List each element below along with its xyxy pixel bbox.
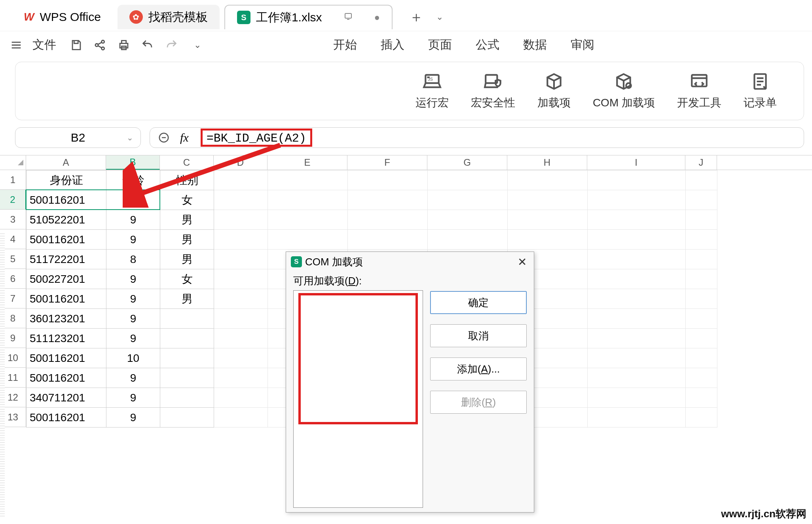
- cell[interactable]: 511123201: [27, 329, 106, 348]
- cell[interactable]: [214, 388, 268, 408]
- cell[interactable]: [214, 329, 268, 348]
- cell[interactable]: [508, 190, 588, 210]
- cell[interactable]: [214, 190, 268, 210]
- cell[interactable]: 500116201: [27, 230, 106, 250]
- cell[interactable]: [214, 230, 268, 250]
- cell[interactable]: 9: [106, 289, 160, 309]
- tab-insert[interactable]: 插入: [381, 37, 404, 53]
- tab-list-chevron-icon[interactable]: ⌄: [432, 10, 447, 24]
- cell[interactable]: 女: [160, 190, 214, 210]
- cell[interactable]: 9: [106, 329, 160, 348]
- col-header-J[interactable]: J: [685, 155, 717, 170]
- cell[interactable]: [686, 250, 717, 269]
- workbook-tab[interactable]: S 工作簿1.xlsx ●: [224, 5, 393, 29]
- cell[interactable]: 500116201: [27, 289, 106, 309]
- save-icon[interactable]: [67, 36, 85, 54]
- wps-tab[interactable]: W WPS Office: [12, 5, 113, 29]
- cell[interactable]: [686, 408, 717, 428]
- cell[interactable]: [214, 289, 268, 309]
- cell[interactable]: [686, 348, 717, 368]
- cell[interactable]: [348, 230, 428, 250]
- cell[interactable]: [214, 269, 268, 289]
- cell[interactable]: [588, 368, 686, 388]
- tab-start[interactable]: 开始: [333, 37, 357, 53]
- quick-access-chevron-icon[interactable]: ⌄: [194, 40, 201, 50]
- add-button[interactable]: 添加(A)...: [430, 358, 527, 380]
- cell[interactable]: [588, 230, 686, 250]
- select-all-corner[interactable]: [0, 155, 26, 170]
- cell[interactable]: [588, 170, 686, 190]
- cell[interactable]: [428, 190, 508, 210]
- cell[interactable]: 500116201: [27, 368, 106, 388]
- cell[interactable]: [686, 269, 717, 289]
- cell[interactable]: 340711201: [27, 388, 106, 408]
- cell[interactable]: 女: [160, 269, 214, 289]
- cell[interactable]: [214, 170, 268, 190]
- redo-icon[interactable]: [162, 36, 180, 54]
- cell[interactable]: [160, 309, 214, 329]
- ribbon-run-macro[interactable]: JS 运行宏: [415, 72, 449, 110]
- col-header-A[interactable]: A: [26, 155, 106, 170]
- formula-input-area[interactable]: fx =BK_ID_AGE(A2): [150, 127, 804, 148]
- cell[interactable]: 性别: [160, 170, 214, 190]
- cell[interactable]: [588, 190, 686, 210]
- row-header[interactable]: 2: [0, 190, 26, 210]
- cell[interactable]: 身份证: [27, 170, 106, 190]
- cell[interactable]: [588, 250, 686, 269]
- ribbon-record-form[interactable]: 记录单: [744, 72, 777, 110]
- tab-formula[interactable]: 公式: [476, 37, 499, 53]
- new-tab-button[interactable]: ＋: [405, 6, 427, 28]
- cell[interactable]: [508, 210, 588, 230]
- cell[interactable]: [348, 190, 428, 210]
- cell[interactable]: [214, 250, 268, 269]
- cell[interactable]: 511722201: [27, 250, 106, 269]
- pin-icon[interactable]: [343, 11, 353, 23]
- cell[interactable]: [686, 309, 717, 329]
- cell[interactable]: [214, 309, 268, 329]
- col-header-B[interactable]: B: [106, 155, 160, 170]
- cell[interactable]: [686, 230, 717, 250]
- cell[interactable]: [686, 170, 717, 190]
- cell[interactable]: [686, 388, 717, 408]
- addins-listbox[interactable]: [293, 290, 423, 508]
- cell[interactable]: [214, 368, 268, 388]
- col-header-H[interactable]: H: [507, 155, 587, 170]
- col-header-E[interactable]: E: [268, 155, 347, 170]
- cell[interactable]: 500116201: [27, 348, 106, 368]
- cell[interactable]: [160, 368, 214, 388]
- undo-icon[interactable]: [138, 36, 157, 54]
- cell[interactable]: [428, 170, 508, 190]
- cell[interactable]: [214, 408, 268, 428]
- hamburger-icon[interactable]: [7, 36, 25, 54]
- cell[interactable]: 年龄: [106, 170, 160, 190]
- row-header[interactable]: 1: [0, 170, 26, 190]
- cell[interactable]: [588, 408, 686, 428]
- cancel-button[interactable]: 取消: [430, 324, 527, 347]
- ribbon-macro-security[interactable]: 宏安全性: [471, 72, 515, 110]
- cell[interactable]: [348, 210, 428, 230]
- cell[interactable]: 9: [106, 408, 160, 428]
- cell[interactable]: 男: [160, 230, 214, 250]
- col-header-F[interactable]: F: [347, 155, 427, 170]
- cell[interactable]: [508, 230, 588, 250]
- name-box[interactable]: B2 ⌄: [15, 127, 141, 148]
- cell[interactable]: [214, 348, 268, 368]
- cell[interactable]: 9: [106, 368, 160, 388]
- cell[interactable]: 510522201: [27, 210, 106, 230]
- cell[interactable]: 360123201: [27, 309, 106, 329]
- cell[interactable]: [686, 368, 717, 388]
- cell[interactable]: 500116201: [27, 190, 106, 210]
- cell[interactable]: 9: [106, 210, 160, 230]
- dialog-titlebar[interactable]: S COM 加载项 ✕: [286, 252, 534, 272]
- cell[interactable]: 9: [106, 309, 160, 329]
- cell[interactable]: 500116201: [27, 408, 106, 428]
- row-header[interactable]: 3: [0, 210, 26, 229]
- tab-data[interactable]: 数据: [523, 37, 547, 53]
- cell[interactable]: [160, 329, 214, 348]
- col-header-G[interactable]: G: [427, 155, 507, 170]
- cell[interactable]: [508, 170, 588, 190]
- cell[interactable]: [214, 210, 268, 230]
- file-menu[interactable]: 文件: [32, 37, 56, 53]
- fx-icon[interactable]: fx: [180, 131, 189, 144]
- ok-button[interactable]: 确定: [430, 291, 527, 314]
